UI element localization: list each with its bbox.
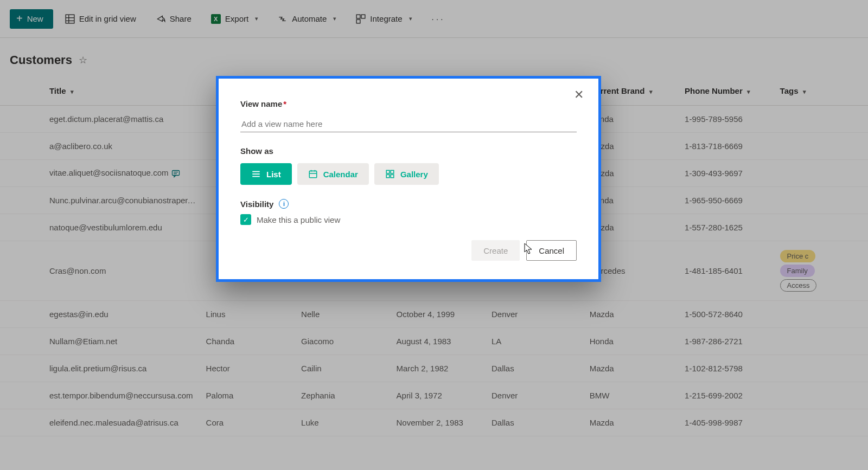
check-icon: ✓ [243,216,249,224]
info-icon[interactable]: i [279,199,289,209]
show-as-list[interactable]: List [240,163,292,185]
show-as-gallery[interactable]: Gallery [374,163,439,185]
svg-rect-18 [391,170,394,173]
close-icon: ✕ [574,88,584,102]
show-as-calendar[interactable]: Calendar [297,163,369,185]
svg-rect-13 [309,171,317,177]
public-view-checkbox[interactable]: ✓ [240,214,251,225]
create-view-dialog: ✕ View name* Show as List Calendar [216,76,601,282]
view-name-input[interactable] [240,116,577,132]
show-as-options: List Calendar Gallery [240,163,577,185]
svg-rect-19 [386,175,390,178]
show-as-label: Show as [240,146,577,156]
svg-rect-17 [386,170,390,173]
create-button: Create [471,240,520,261]
cancel-button[interactable]: Cancel [526,240,577,261]
svg-rect-20 [391,175,394,178]
gallery-icon [385,169,395,179]
view-name-label: View name* [240,99,577,108]
list-icon [251,169,261,179]
close-button[interactable]: ✕ [571,87,586,102]
public-view-label: Make this a public view [257,215,340,224]
calendar-icon [308,169,318,179]
visibility-label: Visibility [240,199,273,209]
